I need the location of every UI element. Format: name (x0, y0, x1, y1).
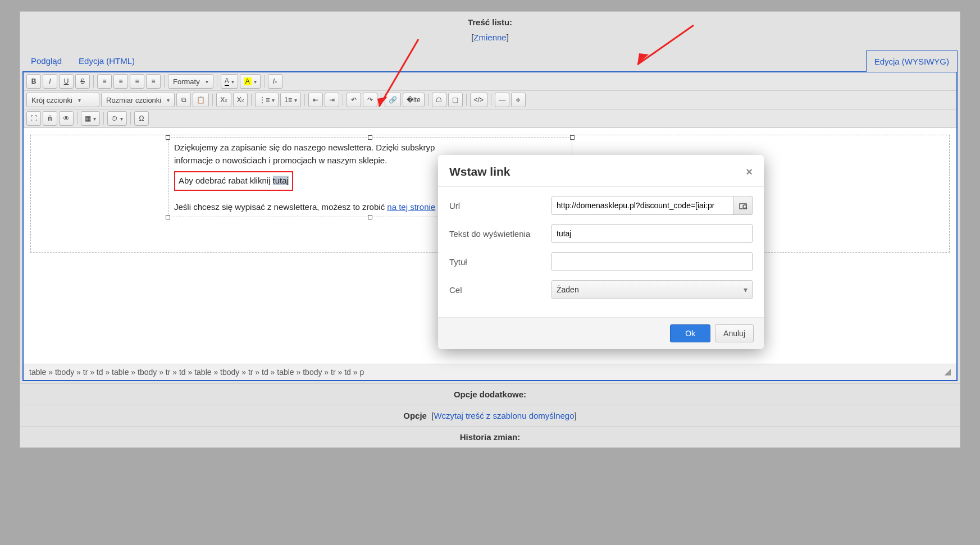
title-label: Tytuł (449, 257, 545, 267)
toolbar-row-1: B I U S ≡ ≡ ≡ ≡ Formaty A A I× (24, 72, 956, 91)
toolbar-row-2: Krój czcionki Rozmiar czcionki ⧉ 📋 X2 X2… (24, 91, 956, 109)
resize-handle[interactable] (570, 135, 575, 140)
url-label: Url (449, 201, 545, 210)
display-text-input[interactable] (551, 224, 753, 243)
datetime-button[interactable]: ⏲ (107, 111, 127, 126)
history-title: Historia zmian: (20, 427, 960, 447)
separator (343, 94, 343, 106)
fullscreen-button[interactable]: ⛶ (26, 111, 41, 126)
separator (164, 75, 165, 88)
resize-handle[interactable] (368, 135, 372, 140)
italic-button[interactable]: I (43, 74, 57, 89)
superscript-button[interactable]: X2 (233, 93, 248, 107)
separator (212, 94, 213, 106)
display-text-label: Tekst do wyświetlenia (449, 229, 545, 239)
unsubscribe-link[interactable]: na tej stronie (387, 202, 435, 212)
bullet-list-button[interactable]: ⋮≡ (255, 93, 279, 107)
insert-link-button[interactable]: 🔗 (385, 93, 401, 107)
font-family-dropdown[interactable]: Krój czcionki (26, 93, 99, 107)
variables-link[interactable]: Zmienne (473, 33, 506, 42)
load-default-template-link[interactable]: Wczytaj treść z szablonu domyślnego (434, 411, 574, 420)
align-justify-button[interactable]: ≡ (146, 74, 161, 89)
separator (466, 94, 467, 106)
separator (93, 75, 94, 88)
toolbar-row-3: ⛶ ñ 👁 ▦ ⏲ Ω (24, 109, 956, 128)
resize-grip[interactable] (944, 369, 951, 375)
options-row: Opcje [Wczytaj treść z szablonu domyślne… (20, 405, 960, 427)
tab-wysiwyg[interactable]: Edycja (WYSIWYG) (866, 51, 958, 72)
target-label: Cel (449, 285, 545, 295)
selected-text: tutaj (273, 176, 289, 185)
separator (103, 112, 104, 125)
indent-button[interactable]: ⇥ (325, 93, 339, 107)
url-input[interactable] (551, 196, 733, 215)
dialog-footer: Ok Anuluj (438, 317, 764, 349)
separator (428, 94, 429, 106)
strikethrough-button[interactable]: S (75, 74, 90, 89)
table-button[interactable]: ▦ (81, 111, 100, 126)
extra-options-title: Opcje dodatkowe: (20, 384, 960, 405)
tab-preview[interactable]: Podgląd (22, 50, 70, 71)
dialog-header: Wstaw link × (438, 155, 764, 187)
formats-dropdown[interactable]: Formaty (168, 74, 213, 89)
dialog-title: Wstaw link (449, 165, 510, 178)
separator (77, 112, 78, 125)
font-size-dropdown[interactable]: Rozmiar czcionki (101, 93, 175, 107)
numbered-list-button[interactable]: 1≡ (280, 93, 301, 107)
bold-button[interactable]: B (26, 74, 41, 89)
separator (251, 94, 252, 106)
separator (130, 112, 131, 125)
paste-button[interactable]: 📋 (193, 93, 209, 107)
tab-html[interactable]: Edycja (HTML) (70, 50, 143, 71)
align-center-button[interactable]: ≡ (113, 74, 128, 89)
element-path[interactable]: table » tbody » tr » td » table » tbody … (29, 368, 364, 377)
options-section: Opcje dodatkowe: Opcje [Wczytaj treść z … (20, 383, 960, 447)
resize-handle[interactable] (166, 135, 170, 140)
chevron-down-icon: ▾ (744, 285, 747, 294)
pagebreak-button[interactable]: ⎆ (511, 93, 526, 107)
redo-button[interactable]: ↷ (363, 93, 377, 107)
browse-icon (739, 201, 747, 210)
close-icon[interactable]: × (746, 166, 753, 178)
underline-button[interactable]: U (59, 74, 74, 89)
variables-row: [Zmienne] (20, 30, 960, 50)
separator (217, 75, 217, 88)
section-title: Treść listu: (20, 12, 960, 30)
find-button[interactable]: ñ (43, 111, 57, 126)
align-left-button[interactable]: ≡ (97, 74, 112, 89)
outdent-button[interactable]: ⇤ (308, 93, 323, 107)
hr-button[interactable]: — (495, 93, 509, 107)
title-input[interactable] (551, 252, 753, 271)
text-color-button[interactable]: A (221, 74, 238, 89)
separator (304, 94, 305, 106)
resize-handle[interactable] (166, 215, 170, 219)
image-button[interactable]: ▢ (448, 93, 463, 107)
separator (264, 75, 265, 88)
target-select[interactable]: Żaden ▾ (551, 280, 753, 299)
copy-button[interactable]: ⧉ (176, 93, 191, 107)
bg-color-button[interactable]: A (240, 74, 261, 89)
align-right-button[interactable]: ≡ (130, 74, 144, 89)
highlighted-cta: Aby odebrać rabat kliknij tutaj (174, 171, 293, 191)
separator (381, 94, 381, 106)
source-code-button[interactable]: </> (470, 93, 487, 107)
preview-button[interactable]: 👁 (59, 111, 74, 126)
separator (491, 94, 491, 106)
editor-tabs: Podgląd Edycja (HTML) Edycja (WYSIWYG) (22, 50, 958, 71)
subscript-button[interactable]: X2 (216, 93, 231, 107)
cancel-button[interactable]: Anuluj (715, 324, 754, 342)
insert-link-dialog: Wstaw link × Url Tekst do wyświetlenia T… (438, 155, 764, 349)
special-char-button[interactable]: Ω (134, 111, 149, 126)
editor-statusbar: table » tbody » tr » td » table » tbody … (24, 364, 956, 380)
undo-button[interactable]: ↶ (347, 93, 361, 107)
clear-formatting-button[interactable]: I× (268, 74, 282, 89)
ok-button[interactable]: Ok (670, 324, 710, 342)
unlink-button[interactable]: �ite (403, 93, 425, 107)
browse-button[interactable] (733, 196, 753, 215)
dialog-body: Url Tekst do wyświetlenia Tytuł Cel Żade… (438, 187, 764, 317)
resize-handle[interactable] (368, 215, 372, 219)
anchor-button[interactable]: ☖ (432, 93, 446, 107)
